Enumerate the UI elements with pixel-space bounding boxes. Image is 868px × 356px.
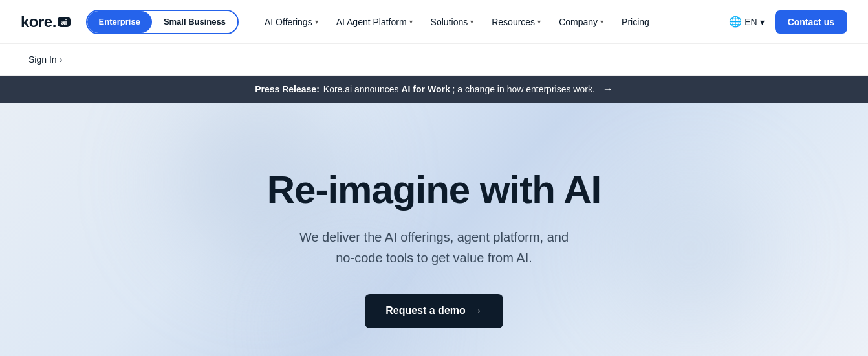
chevron-down-icon: ▾ [537, 18, 541, 25]
chevron-down-icon: ▾ [760, 17, 765, 27]
hero-subtitle: We deliver the AI offerings, agent platf… [267, 227, 602, 268]
nav-ai-offerings[interactable]: AI Offerings ▾ [257, 12, 326, 32]
arrow-icon: → [603, 83, 613, 95]
arrow-icon: › [60, 54, 63, 65]
arrow-icon: → [471, 304, 483, 318]
logo-dot: . [52, 13, 57, 31]
nav-solutions[interactable]: Solutions ▾ [423, 12, 482, 32]
logo-text-kore: kore [21, 13, 52, 31]
enterprise-button[interactable]: Enterprise [87, 11, 152, 33]
press-release-label: Press Release: [255, 84, 320, 94]
request-demo-button[interactable]: Request a demo → [365, 294, 503, 328]
small-business-button[interactable]: Small Business [152, 11, 237, 33]
chevron-down-icon: ▾ [470, 18, 473, 25]
chevron-down-icon: ▾ [600, 18, 603, 25]
chevron-down-icon: ▾ [315, 18, 318, 25]
nav-company[interactable]: Company ▾ [551, 12, 611, 32]
chevron-down-icon: ▾ [409, 18, 413, 25]
hero-section: Re-imagine with AI We deliver the AI off… [0, 103, 868, 356]
hero-title: Re-imagine with AI [267, 169, 602, 211]
press-banner[interactable]: Press Release: Kore.ai announces AI for … [0, 76, 868, 103]
language-selector[interactable]: 🌐 EN ▾ [729, 16, 764, 28]
nav-links: AI Offerings ▾ AI Agent Platform ▾ Solut… [257, 12, 729, 32]
logo-badge-ai: ai [58, 17, 70, 27]
logo[interactable]: kore . ai [21, 13, 71, 31]
nav-ai-agent-platform[interactable]: AI Agent Platform ▾ [329, 12, 420, 32]
nav-pricing[interactable]: Pricing [614, 12, 657, 32]
globe-icon: 🌐 [729, 16, 742, 28]
segment-toggle: Enterprise Small Business [86, 10, 239, 34]
hero-content: Re-imagine with AI We deliver the AI off… [254, 130, 614, 357]
nav-sign-in[interactable]: Sign In › [21, 49, 70, 70]
nav-resources[interactable]: Resources ▾ [484, 12, 548, 32]
banner-text: Kore.ai announces AI for Work ; a change… [323, 84, 595, 94]
nav-right: 🌐 EN ▾ Contact us [729, 10, 847, 34]
contact-button[interactable]: Contact us [775, 10, 847, 34]
navbar: kore . ai Enterprise Small Business AI O… [0, 0, 868, 44]
